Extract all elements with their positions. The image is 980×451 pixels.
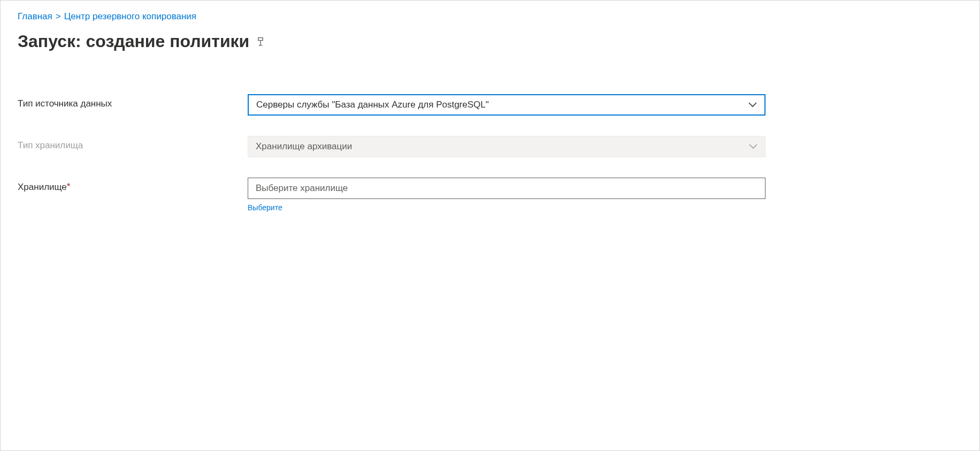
breadcrumb: Главная > Центр резервного копирования bbox=[18, 11, 962, 22]
datasource-type-label: Тип источника данных bbox=[18, 94, 248, 109]
breadcrumb-separator: > bbox=[56, 11, 61, 22]
page-title: Запуск: создание политики bbox=[18, 32, 249, 51]
vault-type-label: Тип хранилища bbox=[18, 136, 248, 151]
vault-label: Хранилище* bbox=[18, 178, 248, 193]
breadcrumb-backup-center-link[interactable]: Центр резервного копирования bbox=[64, 11, 196, 22]
create-policy-form: Тип источника данных Серверы службы "Баз… bbox=[18, 94, 765, 212]
datasource-type-select[interactable]: Серверы службы "База данных Azure для Po… bbox=[248, 94, 765, 116]
vault-type-value: Хранилище архивации bbox=[256, 141, 352, 152]
vault-type-row: Тип хранилища Хранилище архивации bbox=[18, 136, 765, 157]
vault-row: Хранилище* Выберите bbox=[18, 178, 765, 212]
vault-type-select: Хранилище архивации bbox=[248, 136, 765, 157]
datasource-type-value: Серверы службы "База данных Azure для Po… bbox=[256, 100, 489, 110]
pin-icon[interactable] bbox=[255, 36, 266, 48]
page-title-row: Запуск: создание политики bbox=[18, 32, 962, 51]
breadcrumb-home-link[interactable]: Главная bbox=[18, 11, 52, 22]
vault-input[interactable] bbox=[248, 178, 765, 199]
vault-select-link[interactable]: Выберите bbox=[248, 203, 282, 212]
chevron-down-icon bbox=[748, 101, 757, 109]
chevron-down-icon bbox=[749, 142, 757, 151]
datasource-type-row: Тип источника данных Серверы службы "Баз… bbox=[18, 94, 765, 116]
svg-rect-0 bbox=[258, 37, 263, 40]
required-asterisk: * bbox=[67, 181, 71, 192]
